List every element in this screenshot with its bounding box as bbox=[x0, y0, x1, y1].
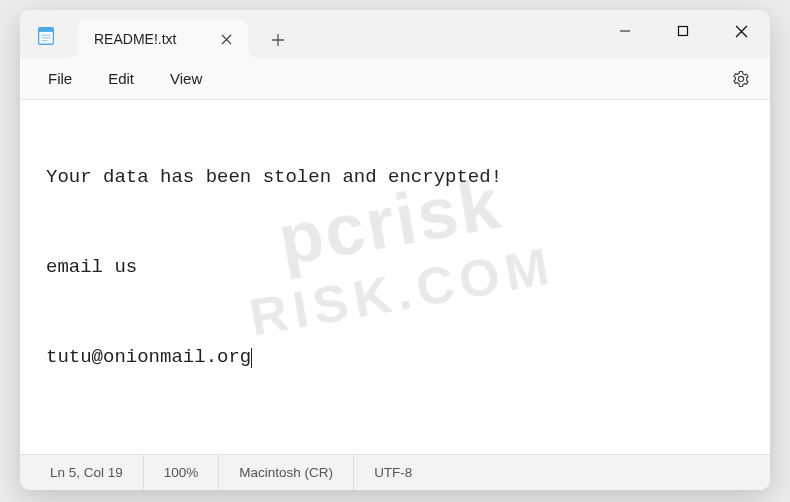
minimize-icon bbox=[619, 25, 631, 37]
titlebar: README!.txt bbox=[20, 10, 770, 58]
notepad-window: README!.txt bbox=[20, 10, 770, 490]
svg-rect-6 bbox=[679, 27, 688, 36]
window-controls bbox=[596, 10, 770, 52]
tab-readme[interactable]: README!.txt bbox=[78, 20, 248, 58]
menu-file[interactable]: File bbox=[30, 64, 90, 93]
status-zoom[interactable]: 100% bbox=[144, 455, 220, 490]
text-caret bbox=[251, 348, 252, 368]
settings-button[interactable] bbox=[722, 62, 760, 96]
document-line-text: tutu@onionmail.org bbox=[46, 346, 251, 368]
menu-edit[interactable]: Edit bbox=[90, 64, 152, 93]
status-encoding[interactable]: UTF-8 bbox=[354, 455, 432, 490]
maximize-button[interactable] bbox=[654, 10, 712, 52]
document-line: email us bbox=[46, 256, 744, 279]
close-icon bbox=[735, 25, 748, 38]
statusbar: Ln 5, Col 19 100% Macintosh (CR) UTF-8 bbox=[20, 454, 770, 490]
menu-view[interactable]: View bbox=[152, 64, 220, 93]
svg-rect-1 bbox=[39, 28, 54, 32]
tab-strip: README!.txt bbox=[72, 10, 296, 58]
status-line-ending[interactable]: Macintosh (CR) bbox=[219, 455, 354, 490]
close-window-button[interactable] bbox=[712, 10, 770, 52]
close-tab-button[interactable] bbox=[214, 27, 238, 51]
status-position[interactable]: Ln 5, Col 19 bbox=[20, 455, 144, 490]
close-icon bbox=[221, 34, 232, 45]
plus-icon bbox=[271, 33, 285, 47]
minimize-button[interactable] bbox=[596, 10, 654, 52]
tab-title: README!.txt bbox=[94, 31, 214, 47]
document-line: tutu@onionmail.org bbox=[46, 346, 744, 369]
app-icon bbox=[20, 10, 72, 58]
maximize-icon bbox=[677, 25, 689, 37]
menubar: File Edit View bbox=[20, 58, 770, 100]
notepad-icon bbox=[35, 25, 57, 47]
gear-icon bbox=[732, 70, 750, 88]
new-tab-button[interactable] bbox=[260, 22, 296, 58]
document-line: Your data has been stolen and encrypted! bbox=[46, 166, 744, 189]
text-editor[interactable]: Your data has been stolen and encrypted!… bbox=[20, 100, 770, 454]
